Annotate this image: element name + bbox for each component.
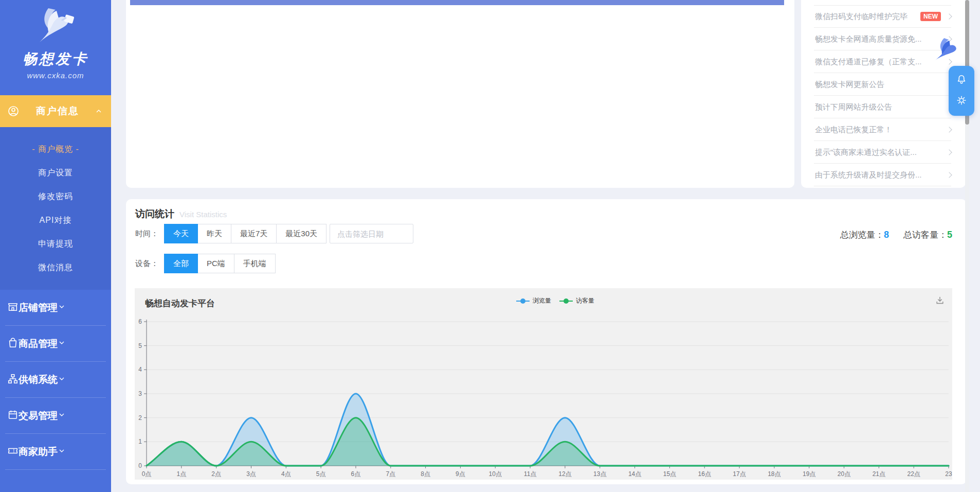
sidebar-group-1[interactable]: 商品管理: [0, 326, 111, 362]
sidebar-group-3[interactable]: 交易管理: [0, 398, 111, 434]
logo-title: 畅想发卡: [0, 49, 111, 69]
announcement-list: 微信扫码支付临时维护完毕NEW畅想发卡全网通高质量货源免...微信支付通道已修复…: [801, 5, 966, 186]
legend-label: 访客量: [576, 296, 594, 305]
device-filter-button-1[interactable]: PC端: [197, 254, 234, 273]
calendar-icon: [7, 409, 19, 423]
svg-text:4点: 4点: [281, 470, 291, 478]
sidebar-group-label: 商家助手: [19, 445, 58, 459]
legend-marker: [559, 301, 573, 302]
announcement-text: 微信支付通道已修复（正常支...: [815, 57, 947, 67]
svg-text:19点: 19点: [803, 470, 815, 478]
bird-decoration-icon: [932, 37, 963, 69]
svg-text:5点: 5点: [316, 470, 326, 478]
total-pageviews: 总浏览量：8: [840, 229, 889, 241]
sidebar-group-label: 交易管理: [19, 409, 58, 423]
time-filter-button-0[interactable]: 今天: [164, 224, 198, 243]
svg-text:0点: 0点: [142, 470, 152, 478]
svg-text:22点: 22点: [907, 470, 920, 478]
svg-text:1: 1: [138, 438, 142, 445]
notification-bell-icon[interactable]: [956, 74, 967, 87]
sitemap-icon: [7, 373, 19, 387]
svg-text:0: 0: [138, 462, 142, 469]
announcement-item-5[interactable]: 企业电话已恢复正常！: [801, 118, 966, 141]
total-visitors-value: 5: [947, 230, 952, 240]
announcement-text: 企业电话已恢复正常！: [815, 125, 947, 135]
announcement-item-6[interactable]: 提示"该商家未通过实名认证...: [801, 141, 966, 164]
chevron-right-icon: [946, 13, 952, 19]
submenu-item-5[interactable]: 微信消息: [0, 256, 111, 279]
ticket-icon: [7, 445, 19, 459]
announcement-text: 提示"该商家未通过实名认证...: [815, 148, 947, 157]
section-title: 访问统计Visit Statistics: [135, 207, 227, 221]
submenu-item-0[interactable]: - 商户概览 -: [0, 137, 111, 161]
chart-title: 畅想自动发卡平台: [145, 297, 215, 309]
chart-panel: 畅想自动发卡平台 浏览量访客量 01234560点1点2点3点4点5点6点7点8…: [135, 288, 952, 480]
sidebar-group-0[interactable]: 店铺管理: [0, 290, 111, 326]
user-circle-icon: [7, 105, 21, 117]
legend-label: 浏览量: [533, 296, 551, 305]
announcement-text: 微信扫码支付临时维护完毕: [815, 12, 920, 22]
announcement-item-4[interactable]: 预计下周网站升级公告: [801, 96, 966, 118]
announcement-text: 预计下周网站升级公告: [815, 102, 947, 112]
time-filter-button-1[interactable]: 昨天: [197, 224, 231, 243]
total-visitors-label: 总访客量：: [903, 230, 947, 240]
total-pageviews-value: 8: [884, 230, 889, 240]
logo-url: www.cxka.com: [0, 71, 111, 80]
total-visitors: 总访客量：5: [903, 229, 952, 241]
device-filter-button-0[interactable]: 全部: [164, 254, 198, 273]
logo: 畅想发卡 www.cxka.com: [0, 0, 111, 95]
total-pageviews-label: 总浏览量：: [840, 230, 884, 240]
svg-text:8点: 8点: [421, 470, 430, 478]
chevron-down-icon: [58, 302, 66, 313]
svg-text:6点: 6点: [351, 470, 361, 478]
date-range-input[interactable]: [330, 224, 413, 243]
time-filter-button-2[interactable]: 最近7天: [231, 224, 277, 243]
settings-gear-icon[interactable]: [956, 95, 967, 108]
sidebar-group-label: 商户信息: [21, 104, 95, 118]
download-chart-icon[interactable]: [935, 295, 945, 308]
svg-text:13点: 13点: [593, 470, 606, 478]
svg-text:15点: 15点: [663, 470, 676, 478]
device-filter-button-2[interactable]: 手机端: [234, 254, 276, 273]
svg-text:4: 4: [138, 366, 142, 373]
sidebar-group-label: 商品管理: [19, 337, 58, 350]
sidebar-group-label: 供销系统: [19, 373, 58, 386]
time-filter-button-3[interactable]: 最近30天: [276, 224, 326, 243]
chevron-right-icon: [946, 172, 952, 178]
svg-text:11点: 11点: [524, 470, 536, 478]
chevron-down-icon: [58, 338, 66, 349]
time-filter-row: 时间： 今天昨天最近7天最近30天: [135, 224, 413, 243]
sidebar-submenu: - 商户概览 -商户设置修改密码API对接申请提现微信消息: [0, 127, 111, 290]
chevron-up-icon: [95, 107, 104, 115]
svg-text:3: 3: [138, 390, 142, 397]
bag-icon: [7, 337, 19, 351]
sidebar-groups: 店铺管理商品管理供销系统交易管理商家助手: [0, 290, 111, 470]
legend-item-访客量[interactable]: 访客量: [559, 296, 594, 305]
submenu-item-2[interactable]: 修改密码: [0, 185, 111, 208]
svg-text:1点: 1点: [176, 470, 186, 478]
svg-text:23: 23: [945, 470, 952, 478]
svg-text:6: 6: [138, 318, 142, 325]
area-chart[interactable]: 01234560点1点2点3点4点5点6点7点8点9点10点11点12点13点1…: [135, 288, 952, 480]
new-badge: NEW: [920, 12, 941, 21]
svg-text:18点: 18点: [768, 470, 781, 478]
bird-logo-icon: [33, 7, 78, 48]
totals: 总浏览量：8 总访客量：5: [840, 229, 952, 241]
announcement-item-0[interactable]: 微信扫码支付临时维护完毕NEW: [801, 5, 966, 28]
svg-text:3点: 3点: [246, 470, 256, 478]
legend-item-浏览量[interactable]: 浏览量: [516, 296, 551, 305]
sidebar-group-4[interactable]: 商家助手: [0, 434, 111, 470]
sidebar-group-2[interactable]: 供销系统: [0, 362, 111, 398]
sidebar-group-merchant-info[interactable]: 商户信息: [0, 95, 111, 127]
announcement-item-3[interactable]: 畅想发卡网更新公告: [801, 73, 966, 96]
chevron-right-icon: [946, 127, 952, 132]
submenu-item-3[interactable]: API对接: [0, 208, 111, 232]
svg-text:7点: 7点: [386, 470, 395, 478]
submenu-item-1[interactable]: 商户设置: [0, 161, 111, 185]
announcement-text: 畅想发卡全网通高质量货源免...: [815, 34, 947, 44]
announcement-item-7[interactable]: 由于系统升级请及时提交身份...: [801, 164, 966, 186]
time-filter-label: 时间：: [135, 229, 164, 239]
svg-text:5: 5: [138, 342, 142, 349]
submenu-item-4[interactable]: 申请提现: [0, 232, 111, 256]
sidebar-group-label: 店铺管理: [19, 301, 58, 314]
